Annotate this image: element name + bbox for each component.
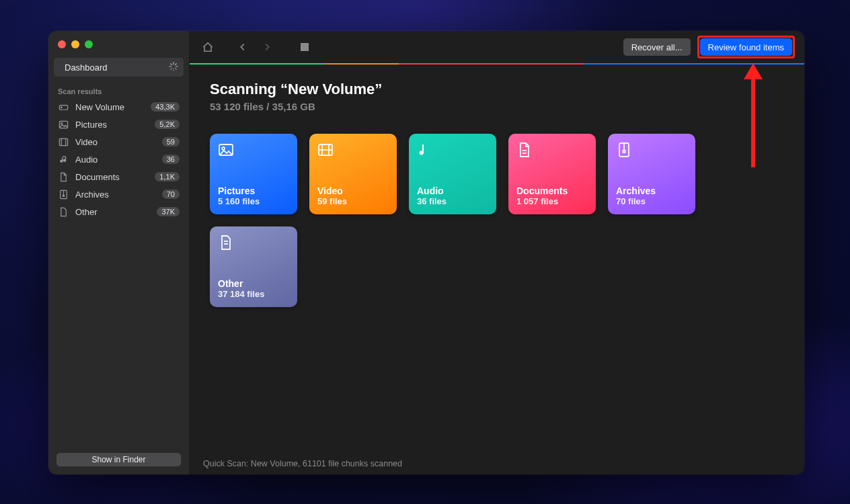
document-icon (58, 171, 69, 182)
svg-point-13 (61, 107, 62, 108)
recover-all-button[interactable]: Recover all... (623, 38, 691, 56)
card-sub: 59 files (317, 196, 389, 206)
file-icon (58, 206, 69, 217)
card-title: Video (317, 185, 389, 196)
sidebar-section-label: Scan results (48, 82, 189, 98)
spinner-icon (169, 62, 178, 73)
app-window: Dashboard Scan results New Volume 43,3K … (48, 31, 804, 474)
archive-icon (616, 142, 632, 158)
scan-header: Scanning “New Volume” 53 120 files / 35,… (190, 65, 804, 112)
scan-subtitle: 53 120 files / 35,16 GB (210, 101, 784, 112)
sidebar-item-label: Other (75, 207, 150, 217)
card-sub: 37 184 files (218, 289, 289, 299)
film-icon (58, 136, 69, 147)
card-sub: 5 160 files (218, 196, 289, 206)
card-audio[interactable]: Audio 36 files (409, 134, 496, 214)
sidebar-item-new-volume[interactable]: New Volume 43,3K (48, 98, 189, 116)
card-title: Archives (616, 185, 687, 196)
sidebar: Dashboard Scan results New Volume 43,3K … (48, 31, 190, 474)
card-title: Pictures (218, 185, 289, 196)
svg-rect-16 (59, 138, 67, 145)
svg-rect-33 (623, 151, 625, 153)
annotation-highlight: Review found items (697, 36, 795, 58)
show-in-finder-button[interactable]: Show in Finder (56, 453, 181, 466)
sidebar-item-count: 1,1K (155, 172, 180, 181)
svg-point-15 (61, 122, 62, 124)
sidebar-item-audio[interactable]: Audio 36 (48, 151, 189, 168)
dashboard-label: Dashboard (65, 62, 108, 73)
card-sub: 70 files (616, 196, 687, 206)
review-found-items-button[interactable]: Review found items (700, 38, 792, 56)
card-other[interactable]: Other 37 184 files (210, 226, 297, 307)
archive-icon (58, 189, 69, 200)
card-sub: 36 files (417, 196, 488, 206)
status-text: Quick Scan: New Volume, 61101 file chunk… (203, 459, 402, 468)
picture-icon (58, 119, 69, 130)
svg-line-11 (171, 63, 172, 65)
card-title: Documents (516, 185, 588, 196)
nav-back-button[interactable] (234, 38, 252, 56)
recover-all-label: Recover all... (631, 42, 683, 52)
card-title: Other (218, 278, 289, 289)
card-documents[interactable]: Documents 1 057 files (508, 134, 596, 214)
card-sub: 1 057 files (516, 196, 588, 206)
category-cards: Pictures 5 160 files Video 59 files Audi… (190, 112, 804, 307)
sidebar-item-pictures[interactable]: Pictures 5,2K (48, 116, 189, 133)
card-video[interactable]: Video 59 files (309, 134, 397, 214)
window-close-button[interactable] (58, 40, 66, 48)
sidebar-item-video[interactable]: Video 59 (48, 133, 189, 151)
scan-title: Scanning “New Volume” (210, 81, 784, 98)
review-label: Review found items (708, 42, 784, 52)
music-icon (417, 142, 433, 158)
main-panel: Recover all... Review found items Scanni… (190, 31, 804, 474)
scan-progress-bar (190, 63, 804, 65)
file-icon (218, 235, 234, 251)
svg-rect-14 (59, 121, 67, 128)
sidebar-item-label: Documents (75, 172, 148, 182)
card-pictures[interactable]: Pictures 5 160 files (210, 134, 297, 214)
home-button[interactable] (199, 38, 217, 56)
sidebar-item-count: 59 (162, 137, 180, 146)
toolbar: Recover all... Review found items (190, 31, 804, 63)
stop-button[interactable] (296, 38, 313, 56)
sidebar-item-documents[interactable]: Documents 1,1K (48, 168, 189, 185)
nav-forward-button[interactable] (258, 38, 276, 56)
svg-point-24 (222, 147, 225, 150)
window-controls (48, 31, 189, 55)
sidebar-item-count: 43,3K (151, 102, 180, 112)
sidebar-dashboard[interactable]: Dashboard (54, 58, 184, 77)
svg-line-9 (171, 68, 172, 69)
svg-rect-22 (301, 43, 309, 51)
sidebar-item-count: 36 (162, 155, 180, 164)
svg-line-7 (175, 68, 176, 69)
sidebar-item-label: Audio (75, 155, 155, 165)
sidebar-item-count: 70 (162, 190, 180, 199)
film-icon (317, 142, 334, 158)
sidebar-item-label: Archives (75, 190, 155, 200)
sidebar-item-label: New Volume (75, 102, 144, 112)
sidebar-item-label: Video (75, 137, 155, 147)
card-archives[interactable]: Archives 70 files (608, 134, 695, 214)
sidebar-item-label: Pictures (75, 120, 148, 130)
window-minimize-button[interactable] (71, 40, 79, 48)
svg-rect-21 (63, 195, 64, 196)
picture-icon (218, 142, 234, 158)
drive-icon (58, 101, 69, 112)
finder-button-label: Show in Finder (91, 455, 145, 464)
music-icon (58, 154, 69, 165)
document-icon (516, 142, 533, 158)
sidebar-item-other[interactable]: Other 37K (48, 203, 189, 220)
window-zoom-button[interactable] (85, 40, 93, 48)
status-bar: Quick Scan: New Volume, 61101 file chunk… (190, 453, 804, 474)
sidebar-item-count: 5,2K (155, 120, 180, 129)
sidebar-item-archives[interactable]: Archives 70 (48, 185, 189, 203)
sidebar-item-count: 37K (157, 207, 180, 216)
card-title: Audio (417, 185, 488, 196)
svg-line-5 (175, 63, 176, 65)
